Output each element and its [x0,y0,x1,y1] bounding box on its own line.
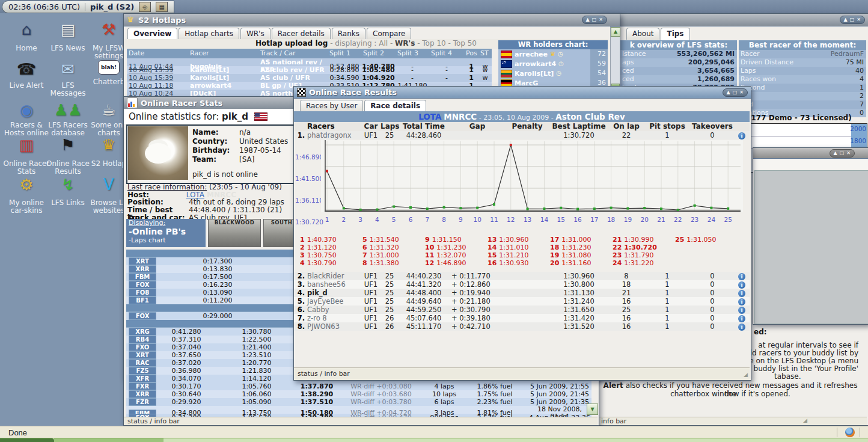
resize-grip[interactable]: ◢ [744,372,748,378]
lfs-stat-row: aps200,295,046 [620,58,737,67]
race-results-window[interactable]: Online Race Results ▲□✕ Races by User Ra… [293,86,751,381]
stat-label: Races won [739,75,776,84]
logout-icon[interactable]: ⎆ [139,2,151,12]
filter-top50[interactable]: Top 50 [453,39,477,48]
results-header-row: RacersCarLapsTotal TimeGapPenaltyBest La… [294,122,750,131]
pb-row[interactable]: FBM0:34.8001:13.7501:50.180WR-diff +0:04… [126,406,591,414]
lap-time: 241:31.220 [613,259,675,267]
result-racer-name[interactable]: Cabby [305,305,361,314]
pb-split: 0:37.040 [157,344,215,351]
pb-row[interactable]: XRR0:30.6401:06.0601:38.290WR-diff +0:03… [126,390,591,398]
tab-tips[interactable]: Tips [661,28,689,40]
result-racer-name[interactable]: BlackRider [305,272,361,280]
help-titlebar[interactable]: ▲□✕ [599,14,868,26]
info-icon[interactable]: i [738,281,745,289]
wr-holder-name[interactable]: Karolis[Lt] [515,70,554,78]
filter-top10[interactable]: Top 10 [422,39,445,48]
tab-racer-details[interactable]: Racer details [272,28,331,40]
firefox-icon[interactable] [845,428,855,437]
close-button[interactable]: ✕ [599,17,603,23]
close-button[interactable]: ✕ [846,150,851,156]
shade-button[interactable]: ▲ [586,17,590,23]
tab-overview[interactable]: Overview [127,28,177,40]
column-header: Split 1 [328,49,361,58]
close-button[interactable]: ✕ [857,17,861,23]
pb-row[interactable]: FZR0:29.9201:05.0901:37.510WR-diff +0:03… [126,398,591,406]
tab-races-by-user[interactable]: Races by User [300,100,363,112]
pb-lap: 1:20.770 [215,360,298,367]
wr-holders-title: WR holders chart: [498,40,608,49]
result-racer-name[interactable]: JayEyeBee [305,297,361,305]
hotlap-date-link[interactable]: 10 Aug 15:39 [127,74,188,82]
hotlap-date-link[interactable]: 10 Aug 15:39 [127,66,188,74]
maximize-button[interactable]: □ [592,17,597,23]
filter-wrs[interactable]: WR's [395,39,415,48]
info-icon[interactable]: i [738,315,745,322]
info-icon[interactable]: i [738,298,745,305]
hotlap-row[interactable]: 11 Aug 01:44hugoluisAS national rev / FZ… [127,58,492,66]
info-icon[interactable]: i [738,273,745,280]
hotlaps-titlebar[interactable]: ♛ S2 Hotlaps ▲□✕ [124,14,620,26]
maximize-button[interactable]: □ [840,150,845,156]
result-racer-name[interactable]: z-ro 8 [305,314,361,322]
grid-icon[interactable]: ▦ [156,2,168,12]
lap-times-column: 91:31.150101:31.230111:32.070121:46.890 [425,236,487,267]
displaying-panel: Displaying: -Online PB's -Laps chart [126,219,206,247]
svg-text:24: 24 [708,216,716,223]
result-position: 3. [294,280,305,289]
race-results-titlebar[interactable]: Online Race Results ▲□✕ [294,87,751,99]
last-race-link[interactable]: Last race information: [127,183,207,191]
info-icon[interactable]: i [738,307,745,314]
result-position: 7. [294,314,305,322]
info-icon[interactable]: i [738,290,745,297]
best-racer-row: Laps40 [739,67,866,75]
result-racer-name[interactable]: phatdragonx [305,131,361,140]
shade-button[interactable]: ▲ [834,150,837,156]
window-controls: ▲□✕ [840,16,865,24]
pb-lap: 1:05.760 [215,383,298,390]
tab-compare[interactable]: Compare [367,28,411,40]
race-header-band: LOTA MNRCC - 23:05, 10 Aug 2009 - Aston … [294,111,750,122]
pb-laps-count: 6 laps [427,399,462,406]
stat-label: Racer [739,50,759,58]
pb-lap: 1:21.400 [215,344,298,351]
background-window[interactable]: ▲□✕ [753,147,868,325]
tab-hotlap-charts[interactable]: Hotlap charts [179,28,239,40]
maximize-button[interactable]: □ [733,90,738,96]
close-button[interactable]: ✕ [739,90,744,96]
scroll-up-button[interactable]: ▲ [611,27,620,37]
result-racer-name[interactable]: banshee56 [305,280,361,289]
wr-holder-name[interactable]: arrechee [515,51,548,58]
stat-value: 7 [860,100,866,109]
result-racer-name[interactable]: PJWON63 [305,322,361,331]
shade-button[interactable]: ▲ [844,17,848,23]
demo-licensed-line: (177 Demo - 73 Licensed) [748,114,852,122]
maximize-button[interactable]: □ [850,17,855,23]
pb-fuel: 1.86% fuel [462,383,528,390]
pb-row[interactable]: FXR0:30.1701:05.7601:37.870WR-diff +0:03… [126,382,591,390]
resize-grip[interactable]: ◢ [803,417,807,423]
tab-wr-s[interactable]: WR's [240,28,270,40]
hotlap-row[interactable]: 10 Aug 15:39Karolis[Lt]AS club / UFR0:34… [127,74,492,82]
car-code: XRR [129,265,156,273]
pb-time: 0:11.200 [157,297,278,304]
shade-button[interactable]: ▲ [727,90,730,96]
scroll-down-button[interactable]: ▼ [587,404,598,415]
result-racer-name[interactable]: pik_d [305,289,361,297]
filter-all[interactable]: All [379,39,388,48]
hotlap-date-link[interactable]: 10 Aug 11:18 [127,82,188,90]
race-host-link[interactable]: LOTA [418,112,441,121]
info-icon[interactable]: i [738,324,745,331]
result-laps: 25 [381,305,399,314]
wr-holder-name[interactable]: arrowkart4 [515,60,556,68]
tab-ranks[interactable]: Ranks [332,28,365,40]
racer-photo [128,126,188,180]
background-window-titlebar[interactable]: ▲□✕ [753,148,868,159]
lap-time: 111:32.070 [425,251,487,259]
track-thumb-blackwood[interactable]: BLACKWOOD [208,219,261,247]
hotlap-row[interactable]: 10 Aug 15:39Karolis[Lt]AS club rev / UFR… [127,66,492,74]
tab-about[interactable]: About [626,28,659,40]
info-icon[interactable]: i [738,132,745,140]
tab-race-details[interactable]: Race details [364,100,426,112]
column-header: Penalty [506,122,549,131]
